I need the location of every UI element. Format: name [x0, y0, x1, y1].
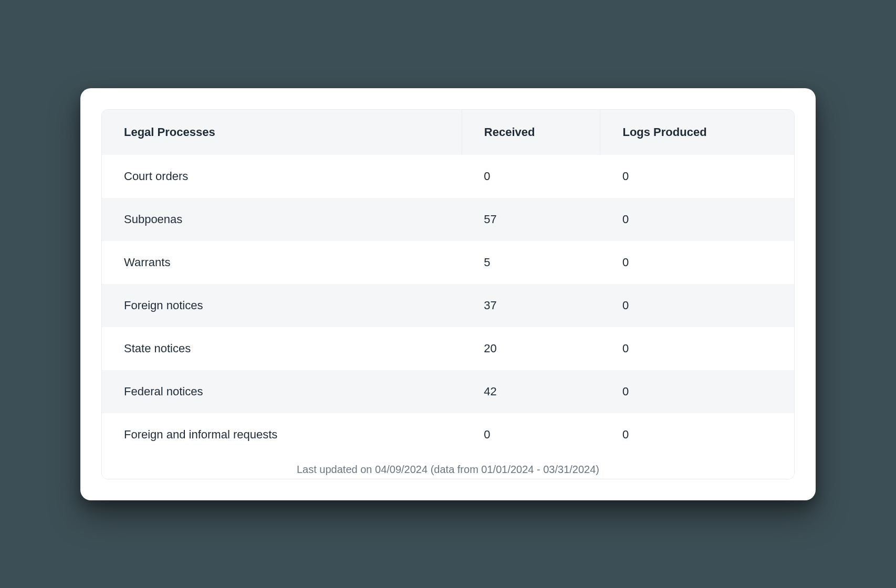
cell-logs: 0 — [600, 241, 794, 284]
table-row: Foreign notices 37 0 — [102, 284, 794, 327]
cell-process: State notices — [102, 327, 462, 370]
cell-logs: 0 — [600, 284, 794, 327]
cell-process: Warrants — [102, 241, 462, 284]
cell-logs: 0 — [600, 370, 794, 413]
table-container: Legal Processes Received Logs Produced C… — [101, 109, 795, 479]
cell-process: Court orders — [102, 155, 462, 198]
cell-logs: 0 — [600, 413, 794, 456]
cell-received: 5 — [462, 241, 600, 284]
table-row: Warrants 5 0 — [102, 241, 794, 284]
cell-received: 57 — [462, 198, 600, 241]
cell-received: 20 — [462, 327, 600, 370]
cell-process: Subpoenas — [102, 198, 462, 241]
column-header-logs-produced: Logs Produced — [600, 110, 794, 155]
cell-received: 0 — [462, 413, 600, 456]
cell-logs: 0 — [600, 327, 794, 370]
table-footer-note: Last updated on 04/09/2024 (data from 01… — [102, 456, 794, 479]
cell-logs: 0 — [600, 198, 794, 241]
table-row: Federal notices 42 0 — [102, 370, 794, 413]
cell-received: 37 — [462, 284, 600, 327]
cell-logs: 0 — [600, 155, 794, 198]
cell-process: Federal notices — [102, 370, 462, 413]
cell-received: 0 — [462, 155, 600, 198]
legal-processes-table: Legal Processes Received Logs Produced C… — [102, 110, 794, 456]
column-header-legal-processes: Legal Processes — [102, 110, 462, 155]
report-card: Legal Processes Received Logs Produced C… — [80, 88, 816, 500]
table-row: Court orders 0 0 — [102, 155, 794, 198]
column-header-received: Received — [462, 110, 600, 155]
table-row: Foreign and informal requests 0 0 — [102, 413, 794, 456]
cell-process: Foreign notices — [102, 284, 462, 327]
cell-received: 42 — [462, 370, 600, 413]
table-row: Subpoenas 57 0 — [102, 198, 794, 241]
cell-process: Foreign and informal requests — [102, 413, 462, 456]
table-row: State notices 20 0 — [102, 327, 794, 370]
table-header-row: Legal Processes Received Logs Produced — [102, 110, 794, 155]
